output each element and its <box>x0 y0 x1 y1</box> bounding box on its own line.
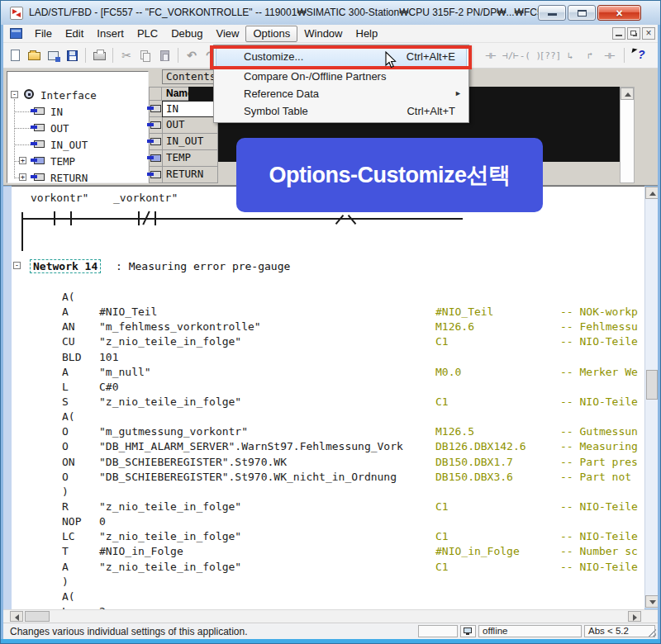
stl-line[interactable]: T#NIO_in_Folge#NIO_in_Folge-- Number sc <box>12 544 644 559</box>
copy-icon <box>140 50 150 61</box>
vertical-scroll-thumb[interactable] <box>646 370 658 400</box>
horizontal-scrollbar[interactable] <box>3 609 658 623</box>
stl-line[interactable]: ON"DB_SCHIEBEREGISTER".St970.WKDB150.DBX… <box>12 455 644 470</box>
menu-options[interactable]: Options <box>245 26 297 42</box>
contents-scrollbar[interactable] <box>620 87 635 183</box>
menu-help[interactable]: Help <box>350 26 385 42</box>
stl-line[interactable]: A"m_null"M0.0-- Merker We <box>12 365 644 380</box>
save-icon[interactable] <box>64 47 80 64</box>
stl-line[interactable]: O"m_gutmessung_vorkontr"M126.5-- Gutmess… <box>12 424 644 439</box>
paste-icon[interactable] <box>156 47 173 64</box>
scroll-up-button[interactable] <box>621 88 634 100</box>
help-question-icon: ? <box>638 48 645 61</box>
stl-line[interactable]: CU"z_nio_teile_in_folge"C1-- NIO-Teile <box>12 334 644 349</box>
mdi-minimize-button[interactable] <box>612 27 625 40</box>
mdi-restore-button[interactable] <box>627 27 640 40</box>
mdi-restore-icon <box>630 31 636 36</box>
mdi-close-button[interactable]: × <box>642 27 655 40</box>
minimize-button[interactable] <box>538 5 566 21</box>
contents-name-cell[interactable]: OUT <box>162 117 218 134</box>
stl-line[interactable]: A"z_nio_teile_in_folge"C1-- NIO-Teile <box>12 560 644 575</box>
open-online-icon[interactable] <box>45 47 61 64</box>
scroll-down-button[interactable] <box>645 595 659 608</box>
contact-no-icon[interactable]: ⊣⊢ <box>483 47 499 64</box>
code-editor-pane[interactable]: vorkontr" _vorkontr" - Network 14 : Meas… <box>12 186 644 609</box>
context-help-icon[interactable]: ? <box>630 47 649 64</box>
contents-name-cell[interactable]: RETURN <box>162 167 218 183</box>
stl-line[interactable]: ) <box>12 575 644 590</box>
contents-row-temp[interactable]: TEMP <box>149 150 218 167</box>
stl-line[interactable]: O"DB_HMI_ALARM_SERVER".WarnSt97.Fehlmess… <box>12 439 644 454</box>
tree-item-out[interactable]: OUT <box>7 121 146 135</box>
stl-line[interactable]: LC#0 <box>12 380 644 395</box>
tree-expander[interactable]: + <box>19 157 26 164</box>
scroll-left-button[interactable] <box>10 611 23 622</box>
cut-icon[interactable] <box>118 47 135 64</box>
menu-debug[interactable]: Debug <box>164 26 209 42</box>
stl-line[interactable]: LC"z_nio_teile_in_folge"C1-- NIO-Teile <box>12 529 644 544</box>
vertical-scrollbar[interactable] <box>644 187 658 608</box>
close-button[interactable]: × <box>597 5 641 21</box>
contents-row-in[interactable]: IN <box>149 101 218 117</box>
tree-item-in_out[interactable]: IN_OUT <box>7 138 146 151</box>
contact-nc-icon[interactable]: ⊣/⊢ <box>502 47 519 64</box>
tree-item-return[interactable]: +RETURN <box>7 171 146 184</box>
contents-row-return[interactable]: RETURN <box>149 167 218 183</box>
menu-plc[interactable]: PLC <box>131 26 164 42</box>
mdi-document-icon[interactable] <box>10 28 22 39</box>
ladder-nc-contact[interactable] <box>138 211 140 225</box>
network-expander[interactable]: - <box>13 262 21 269</box>
ladder-no-contact[interactable] <box>54 211 55 225</box>
scroll-right-button[interactable] <box>628 611 641 622</box>
stl-line[interactable]: R"z_nio_teile_in_folge"C1-- NIO-Teile <box>12 500 644 514</box>
stl-line[interactable]: AN"m_fehlmess_vorkontrolle"M126.6-- Fehl… <box>12 320 644 334</box>
tree-item-interface[interactable]: - Interface <box>7 88 146 102</box>
open-branch-icon[interactable]: ↳ <box>562 47 578 64</box>
stl-operand: "z_nio_teile_in_folge" <box>99 530 241 542</box>
menu-file[interactable]: File <box>28 26 59 42</box>
horizontal-scroll-thumb[interactable] <box>25 611 50 622</box>
tree-item-temp[interactable]: +TEMP <box>7 154 146 168</box>
insert-network-icon[interactable]: ⊣⊢ <box>602 47 618 64</box>
ladder-coil-fragment <box>348 215 357 225</box>
menu-view[interactable]: View <box>209 26 245 42</box>
menu-insert[interactable]: Insert <box>90 26 131 42</box>
stl-line[interactable]: A( <box>12 290 644 305</box>
undo-icon[interactable] <box>183 47 200 64</box>
coil-icon[interactable]: -( ) <box>522 47 539 64</box>
menu-edit[interactable]: Edit <box>59 26 90 42</box>
stl-line[interactable]: ) <box>12 485 644 500</box>
menu-item-compare-on-offline-partners[interactable]: Compare On-/Offline Partners <box>214 69 468 86</box>
tree-expander[interactable]: - <box>11 91 18 98</box>
contents-name-cell[interactable]: IN <box>162 101 218 117</box>
contents-name-cell[interactable]: TEMP <box>162 150 218 167</box>
tree-expander[interactable]: + <box>19 173 26 181</box>
copy-icon[interactable] <box>137 47 154 64</box>
contents-row-in_out[interactable]: IN_OUT <box>149 134 218 150</box>
stl-line[interactable]: BLD101 <box>12 350 644 365</box>
contents-row-out[interactable]: OUT <box>149 117 218 134</box>
stl-line[interactable]: A( <box>12 590 644 604</box>
close-branch-icon[interactable]: ↱ <box>582 47 598 64</box>
menu-window[interactable]: Window <box>297 26 349 42</box>
contents-name-cell[interactable]: IN_OUT <box>162 134 218 150</box>
stl-line[interactable]: S"z_nio_teile_in_folge"C1-- NIO-Teile <box>12 395 644 410</box>
tree-item-in[interactable]: IN <box>7 105 146 118</box>
print-icon[interactable] <box>91 47 107 64</box>
stl-address: DB126.DBX142.6 <box>435 439 526 454</box>
menu-item-reference-data[interactable]: Reference Data► <box>214 86 468 103</box>
menu-item-symbol-table[interactable]: Symbol TableCtrl+Alt+T <box>214 103 468 121</box>
stl-line[interactable]: O"DB_SCHIEBEREGISTER".St970.WK_nicht_in_… <box>12 470 644 485</box>
scroll-up-button[interactable] <box>645 187 659 199</box>
ladder-nc-contact[interactable] <box>155 211 156 225</box>
ladder-no-contact[interactable] <box>70 211 72 225</box>
network-header[interactable]: - Network 14 : Measuring error pre-gauge <box>12 259 623 274</box>
open-folder-icon[interactable] <box>26 47 42 64</box>
new-file-icon[interactable] <box>7 47 23 64</box>
stl-line[interactable]: A#NIO_Teil#NIO_Teil-- NOK-workp <box>12 305 644 320</box>
empty-box-icon[interactable]: [??] <box>542 47 559 64</box>
stl-line[interactable]: A( <box>12 410 644 424</box>
maximize-button[interactable] <box>568 5 596 21</box>
network-title[interactable]: Network 14 <box>30 259 101 273</box>
stl-line[interactable]: NOP0 <box>12 514 644 529</box>
